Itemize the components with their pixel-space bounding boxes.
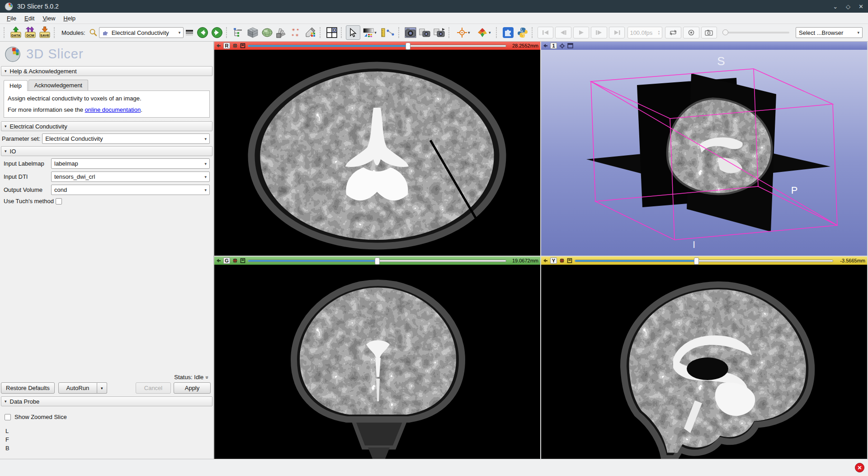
- extension-manager-button[interactable]: [501, 25, 515, 40]
- restore-defaults-button[interactable]: Restore Defaults: [1, 382, 55, 394]
- spin-down-icon[interactable]: ▼: [658, 33, 660, 35]
- seq-play-button[interactable]: [573, 27, 590, 38]
- center-view-icon[interactable]: [559, 43, 565, 49]
- yellow-slice-canvas[interactable]: [541, 265, 867, 459]
- pin-icon[interactable]: [216, 43, 221, 48]
- toolbar-grip[interactable]: [226, 27, 229, 38]
- seq-snapshot-button[interactable]: [701, 27, 717, 38]
- menu-file[interactable]: File: [3, 14, 20, 23]
- tuch-method-checkbox[interactable]: [56, 198, 62, 205]
- show-zoomed-checkbox[interactable]: [5, 414, 11, 420]
- toolbar-grip[interactable]: [496, 27, 499, 38]
- module-selector-combobox[interactable]: Electrical Conductivity ▾: [99, 27, 184, 38]
- module-history-button[interactable]: [184, 25, 195, 40]
- parameter-set-combobox[interactable]: Electrical Conductivity ▾: [42, 133, 210, 144]
- apply-button[interactable]: Apply: [174, 382, 211, 394]
- collapse-chevrons-icon[interactable]: »: [204, 376, 211, 379]
- minimize-button[interactable]: ⌄: [833, 3, 838, 10]
- crosshair-button[interactable]: ▾: [453, 25, 473, 40]
- measurement-button[interactable]: [379, 25, 396, 40]
- toolbar-grip[interactable]: [532, 27, 535, 38]
- seq-frame-slider[interactable]: [722, 27, 789, 38]
- slice-fan-button[interactable]: [274, 25, 289, 40]
- close-button[interactable]: ✕: [859, 3, 863, 10]
- maximize-button[interactable]: ◇: [846, 3, 850, 10]
- module-back-button[interactable]: [195, 25, 210, 40]
- scene-view-restore-button[interactable]: [432, 25, 447, 40]
- menu-help[interactable]: Help: [59, 14, 80, 23]
- seq-first-frame-button[interactable]: [538, 27, 554, 38]
- seq-prev-frame-button[interactable]: [555, 27, 571, 38]
- slice-link-icon[interactable]: [567, 258, 572, 263]
- yellow-view-label[interactable]: Y: [550, 257, 557, 264]
- fps-spinbox[interactable]: 100.0fps ▲ ▼: [627, 27, 662, 38]
- module-section-header[interactable]: ▾ Electrical Conductivity: [1, 121, 212, 131]
- markups-button[interactable]: ✳ ✳ ✳ ✳: [289, 25, 303, 40]
- compositing-icon[interactable]: [232, 43, 238, 48]
- seq-next-frame-button[interactable]: [591, 27, 607, 38]
- pin-icon[interactable]: [543, 43, 548, 48]
- window-level-button[interactable]: ▾: [360, 25, 379, 40]
- red-slice-canvas[interactable]: [214, 50, 540, 256]
- seq-loop-button[interactable]: [665, 27, 681, 38]
- volume-rendering-button[interactable]: [260, 25, 274, 40]
- data-probe-section-header[interactable]: ▾ Data Probe: [1, 396, 212, 406]
- compositing-icon[interactable]: [232, 258, 238, 263]
- output-volume-combobox[interactable]: cond ▾: [51, 185, 210, 195]
- toolbar-grip[interactable]: [320, 27, 323, 38]
- error-log-button[interactable]: ✕: [855, 463, 864, 472]
- cancel-button[interactable]: Cancel: [136, 382, 171, 394]
- help-ack-section-header[interactable]: ▾ Help & Acknowledgement: [1, 66, 212, 76]
- toolbar-grip[interactable]: [398, 27, 401, 38]
- slice-link-icon[interactable]: [240, 258, 245, 263]
- threed-canvas[interactable]: S P I: [541, 50, 867, 256]
- save-data-button[interactable]: SAVE: [38, 25, 52, 40]
- io-section-header[interactable]: ▾ IO: [1, 146, 212, 156]
- tab-acknowledgement[interactable]: Acknowledgement: [28, 80, 88, 90]
- sequence-browser-combobox[interactable]: Select ...Browser ▾: [796, 27, 863, 38]
- toolbar-grip[interactable]: [4, 27, 7, 38]
- autorun-button[interactable]: AutoRun: [58, 382, 97, 394]
- pin-icon[interactable]: [543, 258, 548, 263]
- load-data-button[interactable]: DATA: [9, 25, 23, 40]
- autorun-dropdown-button[interactable]: ▾: [97, 382, 107, 394]
- red-view-label[interactable]: R: [223, 43, 230, 49]
- green-slice-canvas[interactable]: [214, 265, 540, 459]
- seq-record-button[interactable]: [683, 27, 699, 38]
- green-slice-slider[interactable]: [248, 257, 506, 264]
- python-console-button[interactable]: [515, 25, 530, 40]
- seq-last-frame-button[interactable]: [609, 27, 625, 38]
- tab-help[interactable]: Help: [4, 80, 28, 91]
- yellow-slice-slider[interactable]: [575, 257, 833, 264]
- annotations-button[interactable]: [303, 25, 318, 40]
- toolbar-grip[interactable]: [341, 27, 344, 38]
- seq-slider-handle[interactable]: [722, 29, 728, 35]
- scene-view-add-button[interactable]: [418, 25, 432, 40]
- threed-view-label[interactable]: 1: [550, 43, 557, 49]
- yellow-slider-handle[interactable]: [694, 257, 699, 265]
- input-labelmap-combobox[interactable]: labelmap ▾: [51, 158, 210, 169]
- menu-view[interactable]: View: [38, 14, 59, 23]
- green-view-label[interactable]: G: [223, 257, 230, 264]
- pin-icon[interactable]: [216, 258, 221, 263]
- slice-link-icon[interactable]: [240, 43, 245, 48]
- module-search-button[interactable]: [87, 25, 99, 40]
- menu-edit[interactable]: Edit: [20, 14, 38, 23]
- toolbar-grip[interactable]: [54, 27, 57, 38]
- module-forward-button[interactable]: [210, 25, 224, 40]
- volume-cube-button[interactable]: [245, 25, 260, 40]
- red-slider-handle[interactable]: [406, 43, 410, 50]
- layout-selector-button[interactable]: [325, 25, 339, 40]
- online-documentation-link[interactable]: online documentation: [85, 106, 141, 113]
- extensions-button[interactable]: ▾: [473, 25, 494, 40]
- mouse-interaction-button[interactable]: [346, 25, 360, 40]
- input-dti-combobox[interactable]: tensors_dwi_crl ▾: [51, 171, 210, 182]
- toolbar-grip[interactable]: [448, 27, 452, 38]
- subject-hierarchy-button[interactable]: [231, 25, 245, 40]
- maximize-view-icon[interactable]: [567, 43, 573, 48]
- green-slider-handle[interactable]: [375, 257, 380, 265]
- compositing-icon[interactable]: [559, 258, 565, 263]
- screenshot-button[interactable]: [403, 25, 418, 40]
- red-slice-slider[interactable]: [248, 43, 506, 49]
- load-dicom-button[interactable]: DCM: [23, 25, 38, 40]
